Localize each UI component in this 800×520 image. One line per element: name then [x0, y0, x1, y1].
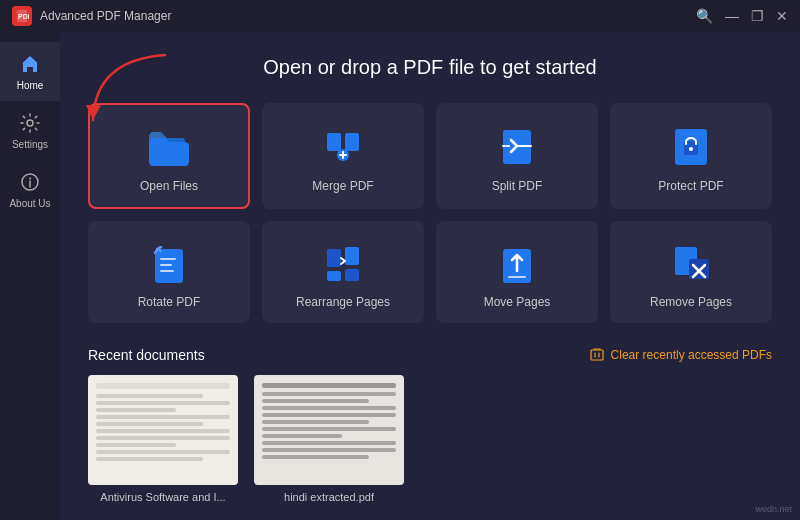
recent-header: Recent documents Clear recently accessed…: [88, 347, 772, 363]
sidebar-home-label: Home: [17, 80, 44, 91]
home-icon: [18, 52, 42, 76]
recent-docs-list: Antivirus Software and I... hindi extrac…: [88, 375, 772, 503]
svg-rect-20: [327, 271, 341, 281]
doc-name: hindi extracted.pdf: [284, 491, 374, 503]
protect-pdf-button[interactable]: Protect PDF: [610, 103, 772, 209]
rotate-pdf-icon: [147, 241, 191, 285]
rearrange-pages-icon: [321, 241, 365, 285]
minimize-control[interactable]: —: [725, 8, 739, 24]
rearrange-pages-label: Rearrange Pages: [296, 295, 390, 309]
rotate-pdf-label: Rotate PDF: [138, 295, 201, 309]
features-grid: Open Files Merge PDF: [88, 103, 772, 323]
move-pages-button[interactable]: Move Pages: [436, 221, 598, 323]
svg-rect-19: [345, 247, 359, 265]
window-controls[interactable]: 🔍 — ❐ ✕: [696, 8, 788, 24]
svg-rect-24: [689, 259, 709, 279]
split-pdf-label: Split PDF: [492, 179, 543, 193]
sidebar-item-settings[interactable]: Settings: [0, 101, 60, 160]
split-pdf-icon: [495, 125, 539, 169]
doc-thumbnail: [88, 375, 238, 485]
titlebar: PDF Advanced PDF Manager 🔍 — ❐ ✕: [0, 0, 800, 32]
list-item[interactable]: Antivirus Software and I...: [88, 375, 238, 503]
protect-pdf-icon: [669, 125, 713, 169]
app-icon: PDF: [12, 6, 32, 26]
open-files-icon: [147, 125, 191, 169]
doc-name: Antivirus Software and I...: [100, 491, 225, 503]
remove-pages-icon: [669, 241, 713, 285]
settings-icon: [18, 111, 42, 135]
maximize-control[interactable]: ❐: [751, 8, 764, 24]
merge-pdf-icon: [321, 125, 365, 169]
open-files-button[interactable]: Open Files: [88, 103, 250, 209]
main-content: Open or drop a PDF file to get started O…: [60, 32, 800, 520]
remove-pages-label: Remove Pages: [650, 295, 732, 309]
sidebar-item-home[interactable]: Home: [0, 42, 60, 101]
list-item[interactable]: hindi extracted.pdf: [254, 375, 404, 503]
clear-recent-button[interactable]: Clear recently accessed PDFs: [589, 347, 772, 363]
sidebar-about-label: About Us: [9, 198, 50, 209]
svg-rect-7: [327, 133, 341, 151]
svg-rect-21: [345, 269, 359, 281]
svg-point-5: [29, 178, 31, 180]
move-pages-label: Move Pages: [484, 295, 551, 309]
recent-title: Recent documents: [88, 347, 205, 363]
svg-point-2: [27, 120, 33, 126]
merge-pdf-label: Merge PDF: [312, 179, 373, 193]
search-control[interactable]: 🔍: [696, 8, 713, 24]
sidebar: Home Settings About Us: [0, 32, 60, 520]
protect-pdf-label: Protect PDF: [658, 179, 723, 193]
svg-rect-27: [591, 350, 603, 360]
merge-pdf-button[interactable]: Merge PDF: [262, 103, 424, 209]
sidebar-item-about[interactable]: About Us: [0, 160, 60, 219]
watermark: wedn.net: [755, 504, 792, 514]
app-title: Advanced PDF Manager: [40, 9, 696, 23]
open-files-label: Open Files: [140, 179, 198, 193]
clear-btn-label: Clear recently accessed PDFs: [611, 348, 772, 362]
about-icon: [18, 170, 42, 194]
hero-text: Open or drop a PDF file to get started: [88, 56, 772, 79]
clear-icon: [589, 347, 605, 363]
split-pdf-button[interactable]: Split PDF: [436, 103, 598, 209]
move-pages-icon: [495, 241, 539, 285]
close-control[interactable]: ✕: [776, 8, 788, 24]
sidebar-settings-label: Settings: [12, 139, 48, 150]
svg-text:PDF: PDF: [18, 13, 29, 20]
rotate-pdf-button[interactable]: Rotate PDF: [88, 221, 250, 323]
rearrange-pages-button[interactable]: Rearrange Pages: [262, 221, 424, 323]
remove-pages-button[interactable]: Remove Pages: [610, 221, 772, 323]
doc-thumbnail: [254, 375, 404, 485]
svg-point-16: [689, 147, 693, 151]
svg-rect-8: [345, 133, 359, 151]
svg-rect-18: [327, 249, 341, 267]
